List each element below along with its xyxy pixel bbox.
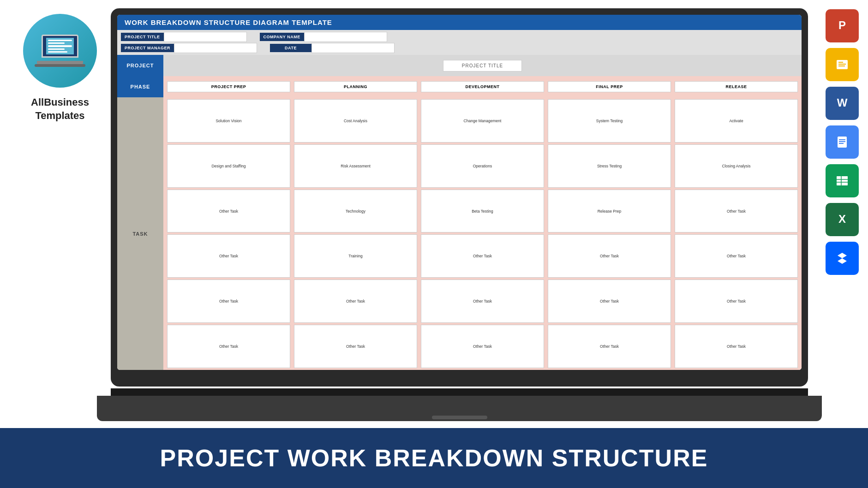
- company-name-input[interactable]: [304, 32, 387, 42]
- task-5-3[interactable]: Other Task: [548, 325, 671, 368]
- task-0-3[interactable]: System Testing: [548, 99, 671, 143]
- task-1-2[interactable]: Operations: [421, 144, 544, 188]
- logo-circle: [23, 14, 97, 88]
- task-3-1[interactable]: Training: [294, 234, 417, 278]
- task-row-2: Other Task Technology Beta Testing Relea…: [167, 190, 798, 233]
- word-icon[interactable]: W: [826, 87, 859, 120]
- svg-rect-5: [838, 64, 846, 65]
- project-title-box[interactable]: PROJECT TITLE: [443, 60, 522, 71]
- task-4-0[interactable]: Other Task: [167, 280, 290, 323]
- task-row-5: Other Task Other Task Other Task Other T…: [167, 325, 798, 368]
- phase-row: PHASE PROJECT PREP PLANNING DEVELOPMENT …: [117, 76, 802, 97]
- task-1-0[interactable]: Design and Staffing: [167, 144, 290, 188]
- task-2-3[interactable]: Release Prep: [548, 190, 671, 233]
- task-1-4[interactable]: Closing Analysis: [675, 144, 798, 188]
- bottom-banner-text: PROJECT WORK BREAKDOWN STRUCTURE: [160, 444, 708, 472]
- powerpoint-icon[interactable]: P: [826, 9, 859, 42]
- task-label: TASK: [132, 231, 148, 237]
- company-name-label: COMPANY NAME: [260, 33, 304, 41]
- laptop-outer: WORK BREAKDOWN STRUCTURE DIAGRAM TEMPLAT…: [111, 8, 808, 387]
- task-2-0[interactable]: Other Task: [167, 190, 290, 233]
- task-3-0[interactable]: Other Task: [167, 234, 290, 278]
- svg-rect-11: [839, 139, 845, 140]
- task-4-3[interactable]: Other Task: [548, 280, 671, 323]
- task-5-4[interactable]: Other Task: [675, 325, 798, 368]
- project-manager-input[interactable]: [174, 43, 257, 53]
- svg-rect-12: [839, 141, 845, 142]
- task-3-3[interactable]: Other Task: [548, 234, 671, 278]
- laptop-container: WORK BREAKDOWN STRUCTURE DIAGRAM TEMPLAT…: [111, 8, 808, 421]
- date-label: DATE: [270, 44, 311, 52]
- project-manager-label: PROJECT MANAGER: [121, 44, 174, 52]
- wbs-info-rows: PROJECT TITLE COMPANY NAME PROJECT MANAG…: [117, 30, 802, 55]
- google-sheets-icon[interactable]: [826, 164, 859, 197]
- project-row: PROJECT PROJECT TITLE: [117, 55, 802, 76]
- project-title-area: PROJECT TITLE: [163, 55, 802, 76]
- phase-box-3[interactable]: FINAL PREP: [548, 81, 671, 92]
- left-sidebar: AllBusiness Templates: [0, 0, 120, 428]
- laptop-screen: WORK BREAKDOWN STRUCTURE DIAGRAM TEMPLAT…: [117, 15, 802, 370]
- svg-text:P: P: [838, 19, 846, 31]
- phase-box-1[interactable]: PLANNING: [294, 81, 417, 92]
- wbs-table: PROJECT PROJECT TITLE PHASE PROJECT PREP…: [117, 55, 802, 370]
- phase-cells: PROJECT PREP PLANNING DEVELOPMENT FINAL …: [163, 76, 802, 97]
- excel-icon[interactable]: X: [826, 203, 859, 236]
- task-section: TASK Solution Vision Cost Analysis Chang…: [117, 97, 802, 370]
- task-2-4[interactable]: Other Task: [675, 190, 798, 233]
- google-docs-icon[interactable]: [826, 125, 859, 159]
- project-title-cell: PROJECT TITLE: [121, 32, 247, 42]
- task-row-0: Solution Vision Cost Analysis Change Man…: [167, 99, 798, 143]
- svg-rect-15: [837, 176, 848, 185]
- task-3-4[interactable]: Other Task: [675, 234, 798, 278]
- wbs-diagram: WORK BREAKDOWN STRUCTURE DIAGRAM TEMPLAT…: [117, 15, 802, 370]
- date-input[interactable]: [311, 43, 395, 53]
- dropbox-icon[interactable]: [826, 242, 859, 275]
- right-sidebar: P W: [826, 9, 859, 275]
- project-title-input[interactable]: [164, 32, 247, 42]
- date-cell: DATE: [270, 43, 395, 53]
- phase-box-2[interactable]: DEVELOPMENT: [421, 81, 544, 92]
- project-label: PROJECT: [117, 55, 163, 76]
- task-grid: Solution Vision Cost Analysis Change Man…: [163, 97, 802, 370]
- task-5-2[interactable]: Other Task: [421, 325, 544, 368]
- svg-rect-13: [839, 143, 844, 144]
- phase-box-0[interactable]: PROJECT PREP: [167, 81, 290, 92]
- company-name-cell: COMPANY NAME: [260, 32, 387, 42]
- task-row-4: Other Task Other Task Other Task Other T…: [167, 280, 798, 323]
- task-0-1[interactable]: Cost Analysis: [294, 99, 417, 143]
- task-row-1: Design and Staffing Risk Assessment Oper…: [167, 144, 798, 188]
- task-0-0[interactable]: Solution Vision: [167, 99, 290, 143]
- info-row-1: PROJECT TITLE COMPANY NAME: [121, 32, 798, 42]
- task-0-2[interactable]: Change Management: [421, 99, 544, 143]
- laptop-hinge: [111, 388, 808, 396]
- laptop-body: [97, 396, 822, 421]
- phase-box-4[interactable]: RELEASE: [675, 81, 798, 92]
- task-row-3: Other Task Training Other Task Other Tas…: [167, 234, 798, 278]
- bottom-banner: PROJECT WORK BREAKDOWN STRUCTURE: [0, 428, 868, 488]
- svg-text:X: X: [838, 213, 846, 225]
- laptop-icon: [37, 35, 83, 67]
- task-4-2[interactable]: Other Task: [421, 280, 544, 323]
- phase-label: PHASE: [117, 76, 163, 97]
- google-slides-icon[interactable]: [826, 48, 859, 81]
- wbs-title: WORK BREAKDOWN STRUCTURE DIAGRAM TEMPLAT…: [125, 18, 332, 26]
- svg-rect-4: [838, 62, 843, 63]
- task-label-col: TASK: [117, 97, 163, 370]
- svg-rect-21: [833, 249, 851, 268]
- task-4-1[interactable]: Other Task: [294, 280, 417, 323]
- project-manager-cell: PROJECT MANAGER: [121, 43, 257, 53]
- project-title-label: PROJECT TITLE: [121, 33, 164, 41]
- task-4-4[interactable]: Other Task: [675, 280, 798, 323]
- task-1-3[interactable]: Stress Testing: [548, 144, 671, 188]
- task-2-1[interactable]: Technology: [294, 190, 417, 233]
- task-1-1[interactable]: Risk Assessment: [294, 144, 417, 188]
- task-5-1[interactable]: Other Task: [294, 325, 417, 368]
- task-3-2[interactable]: Other Task: [421, 234, 544, 278]
- svg-rect-6: [838, 65, 845, 66]
- svg-text:W: W: [837, 96, 848, 109]
- task-5-0[interactable]: Other Task: [167, 325, 290, 368]
- task-2-2[interactable]: Beta Testing: [421, 190, 544, 233]
- info-row-2: PROJECT MANAGER DATE: [121, 43, 798, 53]
- task-0-4[interactable]: Activate: [675, 99, 798, 143]
- wbs-header: WORK BREAKDOWN STRUCTURE DIAGRAM TEMPLAT…: [117, 15, 802, 30]
